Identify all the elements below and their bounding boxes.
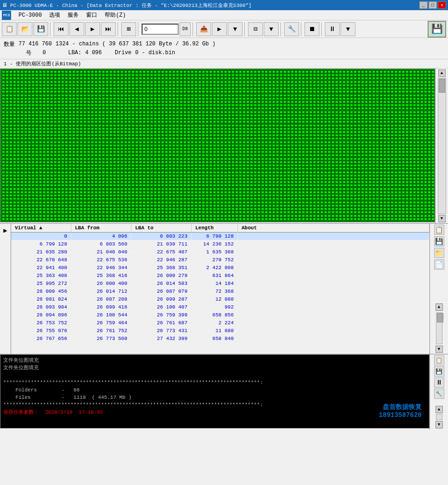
table-row: 22 670 64822 675 53622 946 287270 752 <box>11 256 429 264</box>
drive-label: Drive <box>115 50 131 56</box>
col-virtual[interactable]: Virtual ▲ <box>11 224 71 232</box>
td-lbaFrom: 26 014 712 <box>71 288 131 295</box>
bitmap-wrapper: ▲ ▼ <box>0 69 448 224</box>
bitmap-scroll-down[interactable]: ▼ <box>438 215 446 222</box>
td-lbaFrom: 4 096 <box>71 233 131 240</box>
toolbar-btn-play[interactable]: ▶ <box>212 22 227 36</box>
toolbar-btn-grid[interactable]: ⊞ <box>121 22 136 36</box>
menu-help[interactable]: 帮助(Z) <box>101 10 130 20</box>
menu-pc3000[interactable]: PC-3000 <box>15 11 45 19</box>
log-btn-1[interactable]: 📋 <box>434 355 444 365</box>
col-about[interactable]: About <box>238 224 429 232</box>
td-lbaFrom: 26 761 752 <box>71 327 131 334</box>
table-btn-2[interactable]: 💾 <box>434 236 444 246</box>
watermark-line2: 18913587620 <box>379 411 422 419</box>
chains-info: 1324 - chains ( 39 637 381 120 Byte / 36… <box>56 41 216 47</box>
toolbar-input[interactable] <box>142 24 179 35</box>
td-length: 658 856 <box>192 311 238 319</box>
bitmap-section-label: 1 - 使用的扇区位图(从Bitmap) <box>0 59 448 69</box>
table-row: 26 093 90426 099 41626 100 407992 <box>11 303 429 311</box>
toolbar-btn-layout[interactable]: ⊟ <box>248 22 263 36</box>
td-virtual: 0 <box>11 233 71 240</box>
col-lba-from[interactable]: LBA from <box>71 224 131 232</box>
td-about <box>238 240 429 248</box>
table-body[interactable]: 04 0966 803 2236 799 1286 799 1286 803 5… <box>11 233 429 352</box>
menu-service[interactable]: 服务 <box>64 10 82 20</box>
td-lbaTo: 26 000 279 <box>131 272 192 279</box>
table-scroll-up[interactable]: ▲ <box>436 303 443 311</box>
td-about <box>238 335 429 342</box>
td-lbaFrom: 26 100 544 <box>71 311 131 319</box>
table-row: 21 035 28021 040 04022 675 4071 635 368 <box>11 248 429 256</box>
table-header: Virtual ▲ LBA from LBA to Length About <box>11 224 429 233</box>
td-lbaFrom: 26 759 464 <box>71 319 131 327</box>
log-btn-3[interactable]: ⏸ <box>434 378 444 388</box>
toolbar-btn-back[interactable]: ◀ <box>69 22 84 36</box>
toolbar-separator-1 <box>50 22 52 36</box>
table-row: 22 941 40022 946 34425 368 3512 422 008 <box>11 264 429 272</box>
toolbar-btn-dropdown[interactable]: ▼ <box>228 22 243 36</box>
close-button[interactable]: ✕ <box>438 1 446 9</box>
menu-options[interactable]: 选项 <box>45 10 64 20</box>
app-logo: PC3 <box>2 11 11 20</box>
td-lbaTo: 6 803 223 <box>131 233 192 240</box>
info-bar: 数量 77 416 760 1324 - chains ( 39 637 381… <box>0 38 448 59</box>
bitmap-scroll-up[interactable]: ▲ <box>438 69 446 77</box>
td-lbaFrom: 6 803 560 <box>71 240 131 248</box>
toolbar-btn-d8[interactable]: D8 <box>180 22 191 36</box>
col-length[interactable]: Length <box>192 224 238 232</box>
log-line-7: ****************************************… <box>3 401 426 409</box>
table-row: 26 081 82426 087 20826 099 28712 080 <box>11 296 429 303</box>
minimize-button[interactable]: _ <box>419 1 428 9</box>
td-virtual: 26 767 656 <box>11 335 71 342</box>
toolbar-btn-forward[interactable]: ▶ <box>85 22 100 36</box>
log-folders: Folders - 86 <box>3 386 426 394</box>
log-line-1: 文件夹位图填充 <box>3 357 426 364</box>
table-side-icon[interactable]: ▶ <box>2 226 8 235</box>
table-btn-1[interactable]: 📋 <box>434 225 444 235</box>
table-scroll-down[interactable]: ▼ <box>436 346 443 353</box>
log-btn-4[interactable]: 🔧 <box>434 389 444 399</box>
log-btn-2[interactable]: 💾 <box>434 366 444 377</box>
toolbar-btn-export[interactable]: 📤 <box>196 22 211 36</box>
table-row: 25 995 27226 000 40026 014 58314 184 <box>11 280 429 288</box>
toolbar-btn-stop[interactable]: ⏹ <box>305 22 319 36</box>
menu-window[interactable]: 窗口 <box>82 10 101 20</box>
toolbar-btn-drive[interactable]: 💾 <box>428 21 446 38</box>
td-virtual: 22 670 648 <box>11 256 71 264</box>
log-line-4: ****************************************… <box>3 379 426 386</box>
table-row: 6 799 1286 803 56021 039 71114 236 152 <box>11 240 429 248</box>
log-scroll-up[interactable]: ▲ <box>436 406 443 413</box>
toolbar-btn-3[interactable]: 💾 <box>33 22 48 36</box>
table-btn-4[interactable]: 📄 <box>434 259 444 270</box>
toolbar-btn-1[interactable]: 📋 <box>2 22 17 36</box>
app-icon: 🖥 <box>2 2 7 9</box>
toolbar-btn-skip-back[interactable]: ⏮ <box>54 22 68 36</box>
td-about <box>238 319 429 327</box>
td-lbaTo: 25 368 351 <box>131 264 192 271</box>
td-lbaTo: 27 432 399 <box>131 335 192 342</box>
toolbar-btn-special[interactable]: ⏸ <box>325 22 340 36</box>
td-length: 992 <box>192 303 238 311</box>
td-length: 658 840 <box>192 335 238 342</box>
log-container: 文件夹位图填充 文件夹位图填充 ************************… <box>0 354 429 428</box>
td-length: 72 368 <box>192 288 238 295</box>
toolbar-btn-skip-forward[interactable]: ⏭ <box>101 22 116 36</box>
td-lbaFrom: 26 000 400 <box>71 280 131 287</box>
toolbar-btn-2[interactable]: 📂 <box>18 22 32 36</box>
num-label: 号 <box>26 49 31 57</box>
col-lba-to[interactable]: LBA to <box>131 224 192 232</box>
toolbar-btn-dropdown2[interactable]: ▼ <box>264 22 279 36</box>
td-about <box>238 288 429 295</box>
table-left-side: ▶ <box>0 224 11 354</box>
log-scroll-down[interactable]: ▼ <box>436 421 443 428</box>
maximize-button[interactable]: □ <box>429 1 437 9</box>
quantity-label: 数量 <box>4 40 15 48</box>
td-lbaTo: 22 946 287 <box>131 256 192 264</box>
bitmap-right-panel: ▲ ▼ <box>435 69 448 223</box>
toolbar-btn-tools[interactable]: 🔧 <box>284 22 299 36</box>
td-lbaFrom: 26 773 560 <box>71 335 131 342</box>
td-length: 14 184 <box>192 280 238 287</box>
table-btn-3[interactable]: 📁 <box>434 248 444 258</box>
toolbar-btn-dropdown3[interactable]: ▼ <box>341 22 355 36</box>
